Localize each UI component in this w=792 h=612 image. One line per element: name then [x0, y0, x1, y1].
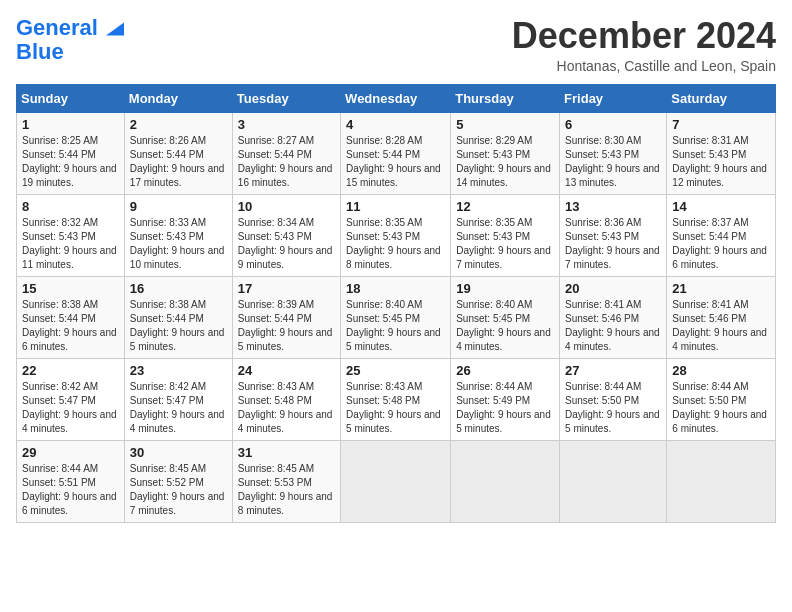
day-number: 29 [22, 445, 119, 460]
calendar-cell: 22Sunrise: 8:42 AMSunset: 5:47 PMDayligh… [17, 358, 125, 440]
day-info: Sunrise: 8:41 AMSunset: 5:46 PMDaylight:… [672, 298, 770, 354]
day-number: 15 [22, 281, 119, 296]
day-info: Sunrise: 8:44 AMSunset: 5:51 PMDaylight:… [22, 462, 119, 518]
day-info: Sunrise: 8:38 AMSunset: 5:44 PMDaylight:… [22, 298, 119, 354]
calendar-cell: 16Sunrise: 8:38 AMSunset: 5:44 PMDayligh… [124, 276, 232, 358]
calendar-cell: 21Sunrise: 8:41 AMSunset: 5:46 PMDayligh… [667, 276, 776, 358]
calendar-cell: 19Sunrise: 8:40 AMSunset: 5:45 PMDayligh… [451, 276, 560, 358]
calendar-cell [451, 440, 560, 522]
calendar-cell: 6Sunrise: 8:30 AMSunset: 5:43 PMDaylight… [560, 112, 667, 194]
calendar-cell [341, 440, 451, 522]
day-number: 26 [456, 363, 554, 378]
calendar-week-row: 1Sunrise: 8:25 AMSunset: 5:44 PMDaylight… [17, 112, 776, 194]
calendar-cell: 4Sunrise: 8:28 AMSunset: 5:44 PMDaylight… [341, 112, 451, 194]
calendar-cell: 11Sunrise: 8:35 AMSunset: 5:43 PMDayligh… [341, 194, 451, 276]
day-number: 7 [672, 117, 770, 132]
day-info: Sunrise: 8:41 AMSunset: 5:46 PMDaylight:… [565, 298, 661, 354]
day-info: Sunrise: 8:44 AMSunset: 5:50 PMDaylight:… [565, 380, 661, 436]
calendar-cell: 20Sunrise: 8:41 AMSunset: 5:46 PMDayligh… [560, 276, 667, 358]
day-info: Sunrise: 8:30 AMSunset: 5:43 PMDaylight:… [565, 134, 661, 190]
day-number: 13 [565, 199, 661, 214]
logo-text: General [16, 16, 124, 40]
location-title: Hontanas, Castille and Leon, Spain [512, 58, 776, 74]
column-header-wednesday: Wednesday [341, 84, 451, 112]
calendar-table: SundayMondayTuesdayWednesdayThursdayFrid… [16, 84, 776, 523]
day-info: Sunrise: 8:36 AMSunset: 5:43 PMDaylight:… [565, 216, 661, 272]
calendar-week-row: 8Sunrise: 8:32 AMSunset: 5:43 PMDaylight… [17, 194, 776, 276]
day-info: Sunrise: 8:42 AMSunset: 5:47 PMDaylight:… [22, 380, 119, 436]
day-info: Sunrise: 8:40 AMSunset: 5:45 PMDaylight:… [456, 298, 554, 354]
day-info: Sunrise: 8:40 AMSunset: 5:45 PMDaylight:… [346, 298, 445, 354]
column-header-thursday: Thursday [451, 84, 560, 112]
calendar-cell: 14Sunrise: 8:37 AMSunset: 5:44 PMDayligh… [667, 194, 776, 276]
day-info: Sunrise: 8:39 AMSunset: 5:44 PMDaylight:… [238, 298, 335, 354]
day-number: 1 [22, 117, 119, 132]
day-number: 27 [565, 363, 661, 378]
day-number: 5 [456, 117, 554, 132]
day-info: Sunrise: 8:35 AMSunset: 5:43 PMDaylight:… [456, 216, 554, 272]
day-info: Sunrise: 8:43 AMSunset: 5:48 PMDaylight:… [346, 380, 445, 436]
day-number: 12 [456, 199, 554, 214]
calendar-cell: 3Sunrise: 8:27 AMSunset: 5:44 PMDaylight… [232, 112, 340, 194]
column-header-friday: Friday [560, 84, 667, 112]
day-info: Sunrise: 8:25 AMSunset: 5:44 PMDaylight:… [22, 134, 119, 190]
day-number: 8 [22, 199, 119, 214]
day-info: Sunrise: 8:32 AMSunset: 5:43 PMDaylight:… [22, 216, 119, 272]
calendar-week-row: 22Sunrise: 8:42 AMSunset: 5:47 PMDayligh… [17, 358, 776, 440]
day-info: Sunrise: 8:27 AMSunset: 5:44 PMDaylight:… [238, 134, 335, 190]
column-header-monday: Monday [124, 84, 232, 112]
day-info: Sunrise: 8:43 AMSunset: 5:48 PMDaylight:… [238, 380, 335, 436]
day-info: Sunrise: 8:28 AMSunset: 5:44 PMDaylight:… [346, 134, 445, 190]
calendar-week-row: 29Sunrise: 8:44 AMSunset: 5:51 PMDayligh… [17, 440, 776, 522]
day-info: Sunrise: 8:34 AMSunset: 5:43 PMDaylight:… [238, 216, 335, 272]
calendar-week-row: 15Sunrise: 8:38 AMSunset: 5:44 PMDayligh… [17, 276, 776, 358]
column-header-sunday: Sunday [17, 84, 125, 112]
column-header-saturday: Saturday [667, 84, 776, 112]
day-info: Sunrise: 8:35 AMSunset: 5:43 PMDaylight:… [346, 216, 445, 272]
calendar-cell: 27Sunrise: 8:44 AMSunset: 5:50 PMDayligh… [560, 358, 667, 440]
day-number: 11 [346, 199, 445, 214]
day-number: 2 [130, 117, 227, 132]
day-info: Sunrise: 8:44 AMSunset: 5:50 PMDaylight:… [672, 380, 770, 436]
svg-marker-0 [106, 23, 124, 36]
month-title: December 2024 [512, 16, 776, 56]
day-number: 23 [130, 363, 227, 378]
day-number: 18 [346, 281, 445, 296]
calendar-cell: 13Sunrise: 8:36 AMSunset: 5:43 PMDayligh… [560, 194, 667, 276]
calendar-cell: 15Sunrise: 8:38 AMSunset: 5:44 PMDayligh… [17, 276, 125, 358]
logo-subtext: Blue [16, 40, 64, 64]
calendar-cell: 1Sunrise: 8:25 AMSunset: 5:44 PMDaylight… [17, 112, 125, 194]
day-number: 19 [456, 281, 554, 296]
calendar-cell: 18Sunrise: 8:40 AMSunset: 5:45 PMDayligh… [341, 276, 451, 358]
day-number: 30 [130, 445, 227, 460]
day-number: 20 [565, 281, 661, 296]
calendar-cell: 17Sunrise: 8:39 AMSunset: 5:44 PMDayligh… [232, 276, 340, 358]
calendar-header-row: SundayMondayTuesdayWednesdayThursdayFrid… [17, 84, 776, 112]
day-info: Sunrise: 8:45 AMSunset: 5:52 PMDaylight:… [130, 462, 227, 518]
day-number: 4 [346, 117, 445, 132]
logo-icon [106, 22, 124, 36]
day-number: 24 [238, 363, 335, 378]
day-info: Sunrise: 8:33 AMSunset: 5:43 PMDaylight:… [130, 216, 227, 272]
day-info: Sunrise: 8:29 AMSunset: 5:43 PMDaylight:… [456, 134, 554, 190]
day-info: Sunrise: 8:45 AMSunset: 5:53 PMDaylight:… [238, 462, 335, 518]
day-number: 9 [130, 199, 227, 214]
calendar-cell: 9Sunrise: 8:33 AMSunset: 5:43 PMDaylight… [124, 194, 232, 276]
calendar-cell: 12Sunrise: 8:35 AMSunset: 5:43 PMDayligh… [451, 194, 560, 276]
calendar-cell: 29Sunrise: 8:44 AMSunset: 5:51 PMDayligh… [17, 440, 125, 522]
day-number: 21 [672, 281, 770, 296]
header: General Blue December 2024 Hontanas, Cas… [16, 16, 776, 74]
day-number: 17 [238, 281, 335, 296]
calendar-cell: 30Sunrise: 8:45 AMSunset: 5:52 PMDayligh… [124, 440, 232, 522]
calendar-cell: 25Sunrise: 8:43 AMSunset: 5:48 PMDayligh… [341, 358, 451, 440]
day-number: 31 [238, 445, 335, 460]
day-info: Sunrise: 8:38 AMSunset: 5:44 PMDaylight:… [130, 298, 227, 354]
calendar-cell: 5Sunrise: 8:29 AMSunset: 5:43 PMDaylight… [451, 112, 560, 194]
day-number: 22 [22, 363, 119, 378]
day-number: 10 [238, 199, 335, 214]
day-info: Sunrise: 8:37 AMSunset: 5:44 PMDaylight:… [672, 216, 770, 272]
calendar-cell: 31Sunrise: 8:45 AMSunset: 5:53 PMDayligh… [232, 440, 340, 522]
day-number: 3 [238, 117, 335, 132]
calendar-cell: 23Sunrise: 8:42 AMSunset: 5:47 PMDayligh… [124, 358, 232, 440]
calendar-cell: 26Sunrise: 8:44 AMSunset: 5:49 PMDayligh… [451, 358, 560, 440]
